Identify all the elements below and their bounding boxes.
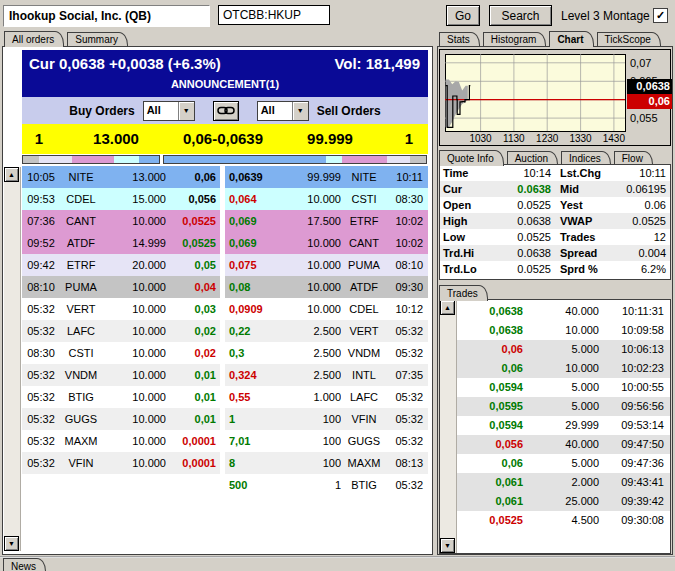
analysis-panel: 0,07 0,065 0,0638 0,06 0,055 10301130123…: [437, 46, 673, 555]
ask-side: 0,222.500VERT05:32: [225, 320, 428, 342]
chevron-down-icon[interactable]: ▼: [178, 102, 194, 120]
depth-segment-pink: [72, 156, 114, 163]
trade-row[interactable]: 0,05254.50009:30:08: [457, 511, 670, 530]
tab-flow[interactable]: Flow: [614, 151, 653, 165]
tab-stats[interactable]: Stats: [439, 32, 480, 46]
trade-time: 10:06:13: [599, 340, 670, 359]
order-time: 10:02: [387, 232, 428, 254]
order-book-row[interactable]: 09:53CDEL15.0000,0560,06410.000CSTI08:30: [22, 188, 428, 210]
order-time: 08:10: [387, 254, 428, 276]
order-book-row[interactable]: 08:10PUMA10.0000,040,0810.000ATDF09:30: [22, 276, 428, 298]
montage-content: Cur 0,0638 +0,0038 (+6.3%) Vol: 181,499 …: [22, 50, 428, 496]
ask-side: 0,0810.000ATDF09:30: [225, 276, 428, 298]
order-book-row[interactable]: 09:42ETRF20.0000,050,07510.000PUMA08:10: [22, 254, 428, 276]
ask-size: 100: [281, 452, 341, 474]
trades-panel: ▲ ▼ 0,063840.00010:11:310,063810.00010:0…: [439, 299, 671, 554]
level3-montage-checkbox[interactable]: ✓: [653, 8, 668, 23]
go-button[interactable]: Go: [446, 5, 480, 26]
ask-side: 0,06917.500ETRF10:02: [225, 210, 428, 232]
ask-price: 0,069: [225, 232, 281, 254]
bid-side: 05:32MAXM10.0000,0001: [22, 430, 220, 452]
chevron-down-icon[interactable]: ▼: [292, 102, 308, 120]
trade-row[interactable]: 0,063840.00010:11:31: [457, 302, 670, 321]
order-book-row[interactable]: 10:05NITE13.0000,060,063999.999NITE10:11: [22, 166, 428, 188]
trade-row[interactable]: 0,065.00010:06:13: [457, 340, 670, 359]
scroll-down-icon: ▼: [8, 540, 15, 547]
sell-filter-dropdown[interactable]: All ▼: [257, 101, 309, 121]
ask-size: 10.000: [281, 232, 341, 254]
tab-all-orders[interactable]: All orders: [4, 31, 64, 47]
scroll-down-button[interactable]: ▼: [4, 536, 19, 551]
montage-panel: ▲ ▼ Cur 0,0638 +0,0038 (+6.3%) Vol: 181,…: [2, 46, 433, 555]
trade-row[interactable]: 0,065.00009:47:36: [457, 454, 670, 473]
market-maker: VNDM: [341, 342, 387, 364]
quote-label: Cur: [440, 181, 489, 197]
tab-news[interactable]: News: [3, 558, 46, 571]
trade-price: 0,0525: [457, 511, 523, 530]
analysis-tab-bar: StatsHistogramChartTickScope: [439, 32, 664, 46]
trades-scrollbar[interactable]: ▲ ▼: [440, 300, 457, 553]
buy-filter-dropdown[interactable]: All ▼: [143, 101, 195, 121]
market-maker: VERT: [341, 320, 387, 342]
tab-tickscope[interactable]: TickScope: [597, 32, 661, 46]
order-book-row[interactable]: 5001BTIG05:32: [22, 474, 428, 496]
order-book-row[interactable]: 05:32VNDM10.0000,010,3242.500INTL07:35: [22, 364, 428, 386]
search-button[interactable]: Search: [489, 5, 552, 26]
tab-quote-info[interactable]: Quote Info: [439, 150, 504, 166]
inside-quote-bar: 1 13.000 0,06-0,0639 99.999 1: [22, 124, 428, 154]
order-book-row[interactable]: 05:32VERT10.0000,030,090910.000CDEL10:12: [22, 298, 428, 320]
ticker-input[interactable]: [218, 5, 330, 25]
scroll-up-button[interactable]: ▲: [4, 167, 19, 182]
trade-size: 2.000: [523, 473, 599, 492]
ask-size: 100: [281, 408, 341, 430]
trade-size: 40.000: [523, 302, 599, 321]
intraday-chart[interactable]: 0,07 0,065 0,0638 0,06 0,055 10301130123…: [439, 49, 671, 146]
depth-segment-cyan: [114, 156, 138, 163]
tab-auction[interactable]: Auction: [507, 151, 558, 165]
tab-chart[interactable]: Chart: [549, 31, 593, 47]
order-book-row[interactable]: 05:32MAXM10.0000,00017,01100GUGS05:32: [22, 430, 428, 452]
tab-indices[interactable]: Indices: [561, 151, 611, 165]
ask-price: 0,08: [225, 276, 281, 298]
trade-row[interactable]: 0,059429.99909:53:14: [457, 416, 670, 435]
tab-histogram[interactable]: Histogram: [483, 32, 547, 46]
order-book-row[interactable]: 05:32BTIG10.0000,010,551.000LAFC05:32: [22, 386, 428, 408]
link-orders-button[interactable]: [213, 101, 239, 121]
trade-row[interactable]: 0,063810.00010:09:58: [457, 321, 670, 340]
x-axis-labels: 10301130123013301430: [440, 133, 670, 144]
trade-row[interactable]: 0,05955.00009:56:56: [457, 397, 670, 416]
trade-row[interactable]: 0,05945.00010:00:55: [457, 378, 670, 397]
order-book-row[interactable]: 08:30CSTI10.0000,020,32.500VNDM05:32: [22, 342, 428, 364]
order-time: 05:32: [22, 386, 60, 408]
scroll-up-button[interactable]: ▲: [440, 300, 455, 315]
order-book-row[interactable]: 05:32VFIN10.0000,00018100MAXM08:13: [22, 452, 428, 474]
quote-row: Trd.Hi0.0638Spread0.004: [440, 245, 670, 261]
order-book-row[interactable]: 07:36CANT10.0000,05250,06917.500ETRF10:0…: [22, 210, 428, 232]
depth-segment-pink: [342, 156, 387, 163]
market-maker: GUGS: [60, 408, 102, 430]
montage-scrollbar[interactable]: ▲ ▼: [4, 167, 21, 551]
bid-side: 10:05NITE13.0000,06: [22, 166, 220, 188]
order-book-row[interactable]: 05:32GUGS10.0000,011100VFIN05:32: [22, 408, 428, 430]
trade-row[interactable]: 0,06125.00009:39:42: [457, 492, 670, 511]
announcement-link[interactable]: ANNOUNCEMENT(1): [22, 77, 428, 92]
chart-plot[interactable]: [445, 54, 626, 132]
scroll-down-button[interactable]: ▼: [440, 538, 455, 553]
ask-price: 500: [225, 474, 281, 496]
order-book-row[interactable]: 05:32LAFC10.0000,020,222.500VERT05:32: [22, 320, 428, 342]
trade-row[interactable]: 0,05640.00009:47:50: [457, 435, 670, 454]
trade-row[interactable]: 0,0612.00009:43:41: [457, 473, 670, 492]
order-time: 05:32: [387, 320, 428, 342]
order-time: 08:10: [22, 276, 60, 298]
trade-row[interactable]: 0,0610.00010:02:23: [457, 359, 670, 378]
trade-price: 0,061: [457, 492, 523, 511]
bid-size: 10.000: [102, 364, 166, 386]
tab-summary[interactable]: Summary: [67, 32, 128, 46]
order-time: 10:05: [22, 166, 60, 188]
order-book-row[interactable]: 09:52ATDF14.9990,05250,06910.000CANT10:0…: [22, 232, 428, 254]
ask-price: 0,0639: [225, 166, 281, 188]
quote-row: Open0.0525Yest0.06: [440, 197, 670, 213]
quote-label: Trades: [551, 229, 620, 245]
tab-trades[interactable]: Trades: [439, 285, 488, 301]
y-tick-label: 0,07: [630, 57, 672, 70]
